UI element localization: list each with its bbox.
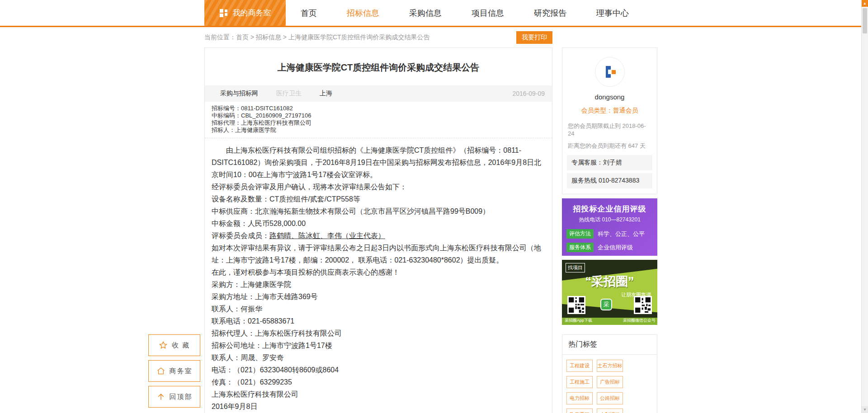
hot-tag[interactable]: 水利招标 xyxy=(597,408,623,413)
home-icon xyxy=(156,366,165,375)
ad-app-icon: 采 xyxy=(600,299,612,310)
business-office-button[interactable]: 商务室 xyxy=(148,360,200,382)
committee-label: 评标委员会成员： xyxy=(212,232,269,239)
member-expire-note: 您的会员期限截止到 2018-06-24 xyxy=(568,122,651,137)
member-card: dongsong 会员类型：普通会员 您的会员期限截止到 2018-06-24 … xyxy=(562,47,657,194)
meta-region-link[interactable]: 上海 xyxy=(320,89,332,98)
qr-code-app xyxy=(567,296,585,314)
nav-item-home[interactable]: 首页 xyxy=(286,8,332,19)
favorite-label: 收 藏 xyxy=(172,341,190,350)
scrollbar-thumb[interactable] xyxy=(863,8,867,33)
print-button[interactable]: 我要打印 xyxy=(516,31,552,44)
body-line: 联系人：何振华 xyxy=(212,303,545,315)
right-sidebar: dongsong 会员类型：普通会员 您的会员期限截止到 2018-06-24 … xyxy=(562,47,657,413)
hot-tags-list: 工程建设 土石方招标 工程施工 广告招标 电力招标 公路招标 政府工程 水利招标… xyxy=(562,355,657,413)
floating-action-buttons: 收 藏 商务室 回顶部 xyxy=(148,334,200,412)
credit-text: 企业信用评级 xyxy=(598,244,633,252)
meta-category-link[interactable]: 医疗卫生 xyxy=(276,89,302,98)
ad-app-icon-glyph: 采 xyxy=(604,300,609,309)
breadcrumb: 当前位置：首页 > 招标信息 > 上海健康医学院CT质控组件询价采购成交结果公告 xyxy=(204,33,430,42)
body-line: 设备名称及数量：CT质控组件/贰套/CTP558等 xyxy=(212,193,545,205)
credit-row: 服务体系 企业信用评级 xyxy=(566,243,653,252)
body-date: 2016年9月8日 xyxy=(212,400,545,413)
nav-item-bidding-info[interactable]: 招标信息 xyxy=(332,8,394,19)
breadcrumb-section-link[interactable]: 招标信息 xyxy=(256,33,281,41)
nav-item-project-info[interactable]: 项目信息 xyxy=(457,8,519,19)
breadcrumb-current: 上海健康医学院CT质控组件询价采购成交结果公告 xyxy=(288,33,430,41)
hot-tag[interactable]: 工程施工 xyxy=(566,376,593,388)
business-office-label: 商务室 xyxy=(170,367,193,375)
body-line: 中标供应商：北京瀚海拓新生物技术有限公司（北京市昌平区沙河镇昌平路99号B009… xyxy=(212,205,545,217)
body-line: 采购方：上海健康医学院 xyxy=(212,278,545,291)
qr-wechat-label: 采招圈微信公众号 xyxy=(623,318,656,324)
body-line: 传真：（021）63299235 xyxy=(212,376,545,388)
tender-number: 招标编号：0811-DSITC161082 xyxy=(212,105,545,112)
body-line: 在此，谨对积极参与本项目投标的供应商表示衷心的感谢！ xyxy=(212,266,545,278)
article-body: 由上海东松医疗科技有限公司组织招标的《上海健康医学院CT质控组件》（招标编号：0… xyxy=(205,138,552,413)
breadcrumb-separator: > xyxy=(250,33,254,41)
nav-item-procurement-info[interactable]: 采购信息 xyxy=(394,8,457,19)
body-line: 联系人：周晟、罗安奇 xyxy=(212,352,545,364)
body-line: 如对本次评审结果有异议，请于评审结果公布之日起3日内以书面形式向上海东松医疗科技… xyxy=(212,242,545,266)
username: dongsong xyxy=(567,93,652,101)
committee-line: 评标委员会成员：路鹤晴、陈冰虹、李伟（业主代表） xyxy=(212,230,545,242)
publish-date: 2016-09-09 xyxy=(512,90,545,97)
breadcrumb-row: 当前位置：首页 > 招标信息 > 上海健康医学院CT质控组件询价采购成交结果公告… xyxy=(204,27,552,47)
vertical-scrollbar[interactable]: ▲ ▼ xyxy=(861,0,868,413)
hot-tag[interactable]: 工程建设 xyxy=(566,360,593,372)
hot-tag[interactable]: 广告招标 xyxy=(597,376,623,388)
star-icon xyxy=(159,341,168,350)
nav-item-research-report[interactable]: 研究报告 xyxy=(519,8,581,19)
favorite-button[interactable]: 收 藏 xyxy=(148,334,200,356)
credit-rating-banner[interactable]: 招投标企业信用评级 热线电话 010—82743201 评估方法 科学、公正、公… xyxy=(562,198,657,256)
body-line: 联系电话：021-65883671 xyxy=(212,315,545,327)
meta-source-link[interactable]: 采购与招标网 xyxy=(220,89,258,98)
credit-pill: 服务体系 xyxy=(566,243,594,252)
avatar xyxy=(595,57,625,87)
body-line: 中标金额：人民币528,000.00 xyxy=(212,217,545,230)
member-type: 会员类型：普通会员 xyxy=(567,107,652,115)
grid-icon xyxy=(219,9,228,18)
top-navigation: 我的商务室 首页 招标信息 采购信息 项目信息 研究报告 理事中心 xyxy=(0,0,868,27)
nav-item-council-center[interactable]: 理事中心 xyxy=(581,8,644,19)
hot-tag[interactable]: 政府工程 xyxy=(566,408,593,413)
ad-corner-label: 找项目 xyxy=(566,263,585,272)
scrollbar-up-button[interactable]: ▲ xyxy=(862,0,868,7)
brand-label: 我的商务室 xyxy=(233,8,271,18)
scrollbar-down-button[interactable]: ▼ xyxy=(862,406,868,413)
back-to-top-label: 回顶部 xyxy=(170,393,193,401)
body-line: 采购方地址：上海市天雄路369号 xyxy=(212,291,545,303)
credit-row: 评估方法 科学、公正、公平 xyxy=(566,229,653,239)
body-signature: 上海东松医疗科技有限公司 xyxy=(212,388,545,400)
my-office-brand-button[interactable]: 我的商务室 xyxy=(204,0,286,26)
article-meta-bar: 采购与招标网 医疗卫生 上海 2016-09-09 xyxy=(205,85,552,102)
back-to-top-button[interactable]: 回顶部 xyxy=(148,386,200,408)
page-title: 上海健康医学院CT质控组件询价采购成交结果公告 xyxy=(205,48,552,85)
award-code: 中标编码：CBL_20160909_27197106 xyxy=(212,112,545,119)
hot-tag[interactable]: 电力招标 xyxy=(566,392,593,404)
credit-banner-title: 招投标企业信用评级 xyxy=(566,204,653,214)
qr-app-label: 采招圈App下载 xyxy=(565,318,592,324)
hot-tags-title: 热门标签 xyxy=(562,335,657,355)
member-logo-icon xyxy=(602,64,618,80)
service-rep-row: 专属客服：刘子婧 xyxy=(567,155,652,170)
tenderee: 招标人：上海健康医学院 xyxy=(212,127,545,134)
body-opening: 由上海东松医疗科技有限公司组织招标的《上海健康医学院CT质控组件》（招标编号：0… xyxy=(212,144,545,181)
hot-tag[interactable]: 土石方招标 xyxy=(597,360,623,372)
caizhaoquan-ad-banner[interactable]: 找项目 “采招圈” 让朋友圈靠谱 采 采招圈App下载 采招圈微信公众号 xyxy=(562,260,657,325)
arrow-up-icon xyxy=(156,392,165,401)
hot-tag[interactable]: 公路招标 xyxy=(597,392,623,404)
body-line: 经评标委员会评审及用户确认，现将本次评审结果公告如下： xyxy=(212,181,545,193)
body-line: 电话：（021）63230480转8609或8604 xyxy=(212,364,545,376)
credit-banner-hotline: 热线电话 010—82743201 xyxy=(566,216,653,224)
ad-title: “采招圈” xyxy=(562,273,657,290)
member-days-note: 距离您的会员到期还有 647 天 xyxy=(568,142,651,150)
page-layout: 上海健康医学院CT质控组件询价采购成交结果公告 采购与招标网 医疗卫生 上海 2… xyxy=(204,47,868,413)
breadcrumb-home-link[interactable]: 首页 xyxy=(236,33,249,41)
tender-agent: 招标代理：上海东松医疗科技有限公司 xyxy=(212,119,545,127)
qr-code-wechat xyxy=(634,296,652,314)
body-line: 招标代理人：上海东松医疗科技有限公司 xyxy=(212,327,545,339)
service-hotline-row: 服务热线 010-82743883 xyxy=(567,173,652,188)
committee-names: 路鹤晴、陈冰虹、李伟（业主代表） xyxy=(269,232,385,239)
credit-pill: 评估方法 xyxy=(566,229,594,239)
